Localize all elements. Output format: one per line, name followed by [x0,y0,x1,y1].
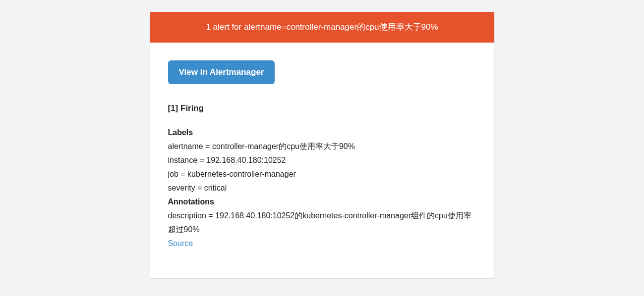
source-link[interactable]: Source [168,239,193,247]
alert-body: View In Alertmanager [1] Firing Labels a… [150,43,494,278]
alert-card: 1 alert for alertname=controller-manager… [150,12,494,278]
label-row: alertname = controller-manager的cpu使用率大于9… [168,140,476,153]
view-in-alertmanager-button[interactable]: View In Alertmanager [168,60,275,84]
spacer [168,117,476,126]
annotations-heading: Annotations [168,195,476,209]
labels-heading: Labels [168,126,476,140]
annotation-row: description = 192.168.40.180:10252的kuber… [168,209,476,237]
alert-header-title: 1 alert for alertname=controller-manager… [206,22,438,32]
firing-heading: [1] Firing [168,101,476,116]
alert-header: 1 alert for alertname=controller-manager… [150,12,494,43]
label-row: severity = critical [168,181,476,195]
label-row: instance = 192.168.40.180:10252 [168,153,476,167]
page: 1 alert for alertname=controller-manager… [0,0,644,296]
label-row: job = kubernetes-controller-manager [168,167,476,181]
